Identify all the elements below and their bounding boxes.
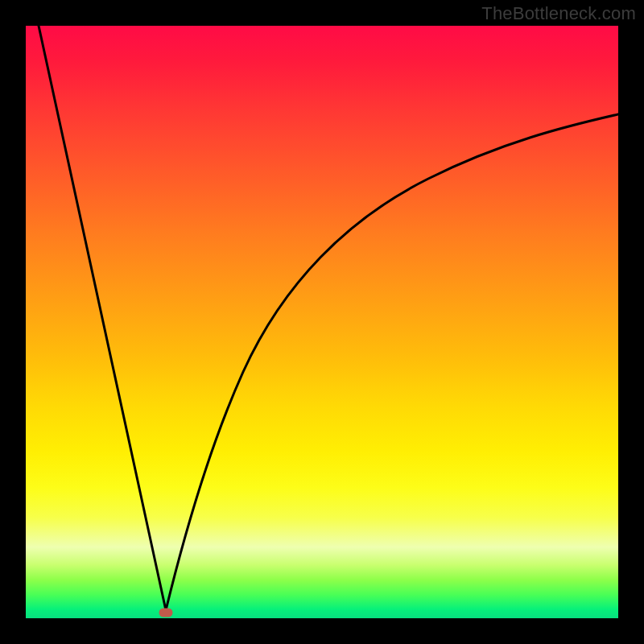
minimum-marker [159,609,173,617]
watermark-text: TheBottleneck.com [481,3,636,24]
bottleneck-curve [26,26,618,618]
curve-left-branch [39,26,166,610]
chart-frame: TheBottleneck.com [0,0,644,644]
chart-plot-area [26,26,618,618]
curve-right-branch [166,114,618,610]
